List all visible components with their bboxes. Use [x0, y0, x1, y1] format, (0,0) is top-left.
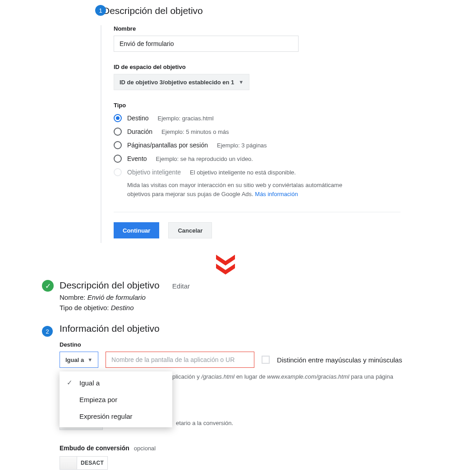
check-icon: ✓: [67, 379, 74, 387]
double-chevron-down-icon: [0, 254, 451, 275]
radio-example: Ejemplo: 5 minutos o más: [161, 128, 229, 135]
caret-down-icon: ▼: [239, 79, 244, 85]
radio-destino[interactable]: Destino Ejemplo: gracias.html: [114, 114, 400, 122]
name-input[interactable]: [114, 36, 299, 52]
radio-label: Evento: [127, 155, 147, 162]
slot-label: ID de espacio del objetivo: [114, 64, 400, 70]
step-2-badge: 2: [42, 326, 53, 337]
destination-input[interactable]: Nombre de la pantalla de la aplicación o…: [106, 352, 254, 368]
radio-example: El objetivo inteligente no está disponib…: [190, 169, 296, 176]
slot-dropdown-value: ID de objetivo 3/objetivo establecido en…: [120, 79, 234, 86]
check-badge-icon: ✓: [42, 280, 54, 292]
funnel-label: Embudo de conversión: [60, 444, 129, 452]
radio-example: Ejemplo: se ha reproducido un vídeo.: [156, 156, 253, 162]
slot-dropdown[interactable]: ID de objetivo 3/objetivo establecido en…: [114, 74, 249, 90]
radio-smart-goal: Objetivo inteligente El objetivo intelig…: [114, 168, 400, 176]
case-sensitive-checkbox[interactable]: [262, 356, 270, 364]
match-type-value: Igual a: [65, 357, 84, 363]
destination-label: Destino: [60, 341, 424, 348]
radio-label: Páginas/pantallas por sesión: [127, 142, 208, 149]
summary-name: Nombre: Envió de formulario: [60, 293, 424, 301]
svg-marker-0: [216, 255, 235, 265]
step-2-title: Información del objetivo: [60, 323, 424, 334]
edit-link[interactable]: Editar: [172, 282, 190, 290]
toggle-knob: [60, 457, 77, 469]
radio-icon: [114, 168, 122, 176]
radio-icon: [114, 155, 122, 163]
step-1-badge: 1: [95, 5, 106, 16]
goal-description-step: 1 Descripción del objetivo Nombre ID de …: [103, 0, 400, 243]
match-type-dropdown[interactable]: Igual a ▼: [60, 352, 98, 368]
summary-type: Tipo de objetivo: Destino: [60, 304, 424, 311]
match-option-equals[interactable]: ✓ Igual a: [60, 374, 172, 391]
smart-goal-description: Mida las visitas con mayor interacción e…: [127, 181, 362, 198]
radio-paginas[interactable]: Páginas/pantallas por sesión Ejemplo: 3 …: [114, 141, 400, 149]
type-label: Tipo: [114, 102, 400, 109]
radio-evento[interactable]: Evento Ejemplo: se ha reproducido un víd…: [114, 155, 400, 163]
radio-example: Ejemplo: 3 páginas: [217, 142, 267, 149]
value-hint-tail: etario a la conversión.: [176, 420, 233, 426]
radio-duracion[interactable]: Duración Ejemplo: 5 minutos o más: [114, 128, 400, 136]
funnel-toggle[interactable]: DESACT: [60, 456, 108, 470]
radio-label: Destino: [127, 114, 148, 122]
radio-label: Objetivo inteligente: [127, 169, 181, 176]
cancel-button[interactable]: Cancelar: [168, 222, 212, 238]
goal-details-step: ✓ Descripción del objetivo Editar Nombre…: [50, 280, 424, 471]
name-label: Nombre: [114, 25, 400, 32]
match-type-menu: ✓ Igual a Empieza por Expresión regular: [60, 371, 172, 427]
radio-icon: [114, 141, 122, 149]
radio-label: Duración: [127, 128, 152, 135]
continue-button[interactable]: Continuar: [114, 222, 159, 238]
summary-title: Descripción del objetivo: [60, 280, 160, 291]
radio-icon: [114, 114, 122, 122]
divider: [114, 212, 400, 212]
learn-more-link[interactable]: Más información: [255, 191, 298, 197]
caret-down-icon: ▼: [87, 357, 92, 362]
step-1-title: Descripción del objetivo: [103, 5, 400, 17]
optional-text: opcional: [134, 445, 156, 452]
case-sensitive-label: Distinción entre mayúsculas y minúsculas: [277, 356, 402, 364]
radio-icon: [114, 128, 122, 136]
radio-example: Ejemplo: gracias.html: [157, 115, 213, 122]
match-option-begins[interactable]: Empieza por: [60, 391, 172, 408]
match-option-regex[interactable]: Expresión regular: [60, 408, 172, 425]
toggle-text: DESACT: [77, 460, 107, 466]
